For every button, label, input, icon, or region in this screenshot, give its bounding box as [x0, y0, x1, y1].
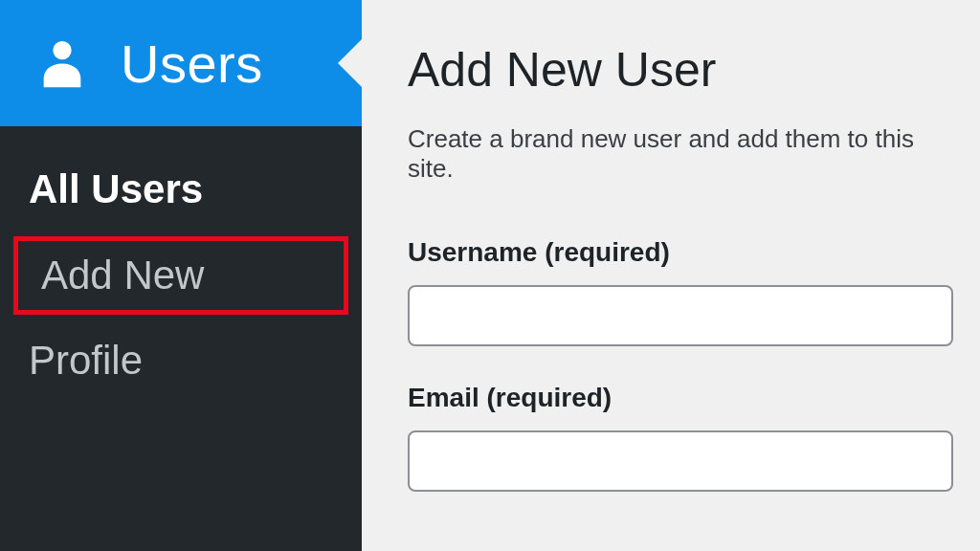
sidebar-item-users[interactable]: Users: [0, 0, 362, 126]
field-username: Username (required): [408, 237, 953, 346]
sidebar-item-all-users[interactable]: All Users: [0, 151, 362, 229]
svg-point-0: [53, 41, 71, 59]
sidebar-item-profile[interactable]: Profile: [0, 322, 362, 400]
admin-sidebar: Users All Users Add New Profile: [0, 0, 362, 551]
sidebar-subitems: All Users Add New Profile: [0, 126, 362, 402]
sidebar-item-label: All Users: [29, 166, 203, 211]
username-input[interactable]: [408, 285, 953, 346]
email-label: Email (required): [408, 383, 953, 413]
user-icon: [40, 38, 94, 88]
username-label: Username (required): [408, 237, 953, 268]
page-description: Create a brand new user and add them to …: [408, 124, 953, 184]
sidebar-item-add-new[interactable]: Add New: [13, 236, 348, 316]
sidebar-item-label: Profile: [29, 338, 143, 383]
email-input[interactable]: [408, 430, 953, 492]
page-title: Add New User: [408, 42, 953, 98]
field-email: Email (required): [408, 383, 953, 492]
sidebar-item-label: Add New: [41, 253, 204, 298]
sidebar-parent-label: Users: [121, 33, 263, 95]
main-content: Add New User Create a brand new user and…: [362, 0, 980, 551]
